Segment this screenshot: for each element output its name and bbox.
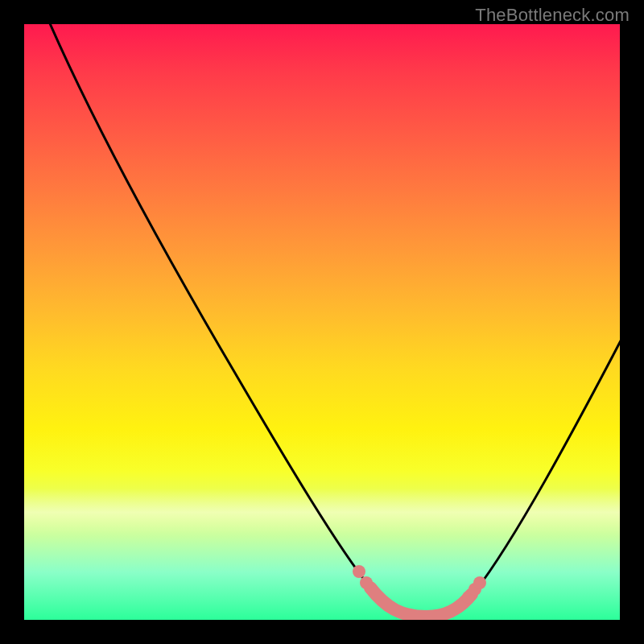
bottleneck-curve-path [47, 24, 620, 617]
svg-point-4 [473, 576, 486, 589]
svg-point-1 [360, 576, 373, 589]
optimal-range-marker [353, 565, 486, 617]
chart-plot-area [24, 24, 620, 620]
chart-svg [24, 24, 620, 620]
watermark-text: TheBottleneck.com [475, 5, 630, 26]
svg-point-0 [353, 565, 365, 578]
